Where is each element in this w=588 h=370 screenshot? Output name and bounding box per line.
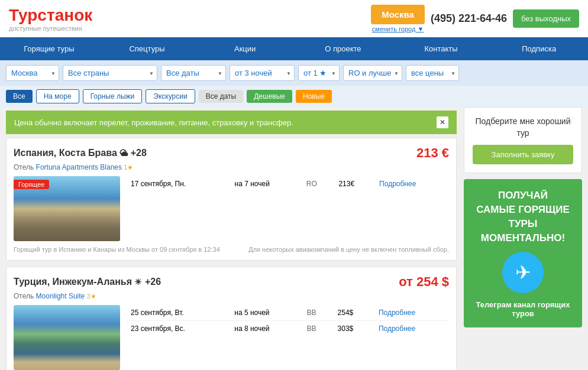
telegram-card: Получай САМЫЕ горящие туры моментально! …	[464, 179, 582, 327]
phone-number: (495) 221-64-46	[431, 12, 507, 25]
telegram-line2: туры моментально!	[481, 218, 565, 244]
filter-ski[interactable]: Горные лыжи	[83, 89, 143, 103]
tour-destination-text: Испания, Коста Брава	[14, 148, 117, 158]
tour-duration: на 8 ночей	[230, 321, 302, 337]
tour-body: Горящее 17 сентября, Пн. на 7 ночей RO 2…	[14, 176, 449, 241]
table-row: 23 сентября, Вс. на 8 ночей BB 303$ Подр…	[126, 321, 449, 337]
price-select-wrap: все цены	[406, 65, 459, 81]
header-city-area: Москва сменить город ▼	[371, 5, 425, 33]
tour-footer: Горящий тур в Испанию и Канары из Москвы…	[14, 246, 449, 253]
table-row: 25 сентября, Вт. на 5 ночей BB 254$ Подр…	[126, 305, 449, 321]
notice-close-button[interactable]: ✕	[437, 116, 448, 128]
nav-item-special[interactable]: Спецтуры	[98, 37, 196, 60]
tour-footer-left: Горящий тур в Испанию и Канары из Москвы…	[14, 246, 220, 253]
hotel-link[interactable]: Moonlight Suite	[36, 292, 85, 300]
tour-row-price: 254$	[333, 305, 374, 321]
no-weekend-button[interactable]: без выходных	[513, 9, 579, 28]
dates-select[interactable]: Все даты	[161, 65, 226, 81]
logo: Турстанок доступные путешествия	[9, 6, 92, 32]
nav-item-promo[interactable]: Акции	[196, 37, 294, 60]
filter-new[interactable]: Новые	[296, 90, 332, 103]
tour-meal: RO	[302, 176, 334, 192]
notice-text: Цена обычно включает перелет, проживание…	[14, 118, 293, 127]
filter-cheap[interactable]: Дешевые	[247, 90, 292, 103]
sidebar: Подберите мне хороший тур Заполнить заяв…	[464, 107, 582, 370]
tour-destination: Испания, Коста Брава 🌥 +28	[14, 148, 147, 158]
price-select[interactable]: все цены	[406, 65, 459, 81]
weather-icon: ☀	[134, 277, 142, 287]
logo-ok: ок	[74, 6, 92, 24]
stars-select[interactable]: от 1 ★	[298, 65, 340, 81]
tour-row-price: 213€	[334, 176, 374, 192]
meal-select-wrap: RO и лучше	[343, 65, 402, 81]
filter-tabs: Все На море Горные лыжи Экскурсии Все да…	[0, 86, 588, 107]
stars-select-wrap: от 1 ★	[298, 65, 340, 81]
sidebar-help-card: Подберите мне хороший тур Заполнить заяв…	[464, 107, 582, 173]
tour-body: 25 сентября, Вт. на 5 ночей BB 254$ Подр…	[14, 305, 449, 370]
tour-duration: на 7 ночей	[230, 176, 302, 192]
telegram-icon: ✈	[515, 261, 531, 284]
price-prefix: от	[399, 274, 416, 289]
weather-icon: 🌥	[119, 148, 128, 158]
city-select[interactable]: Москва	[6, 65, 59, 81]
tour-image-wrap: Горящее	[14, 176, 120, 241]
notice-bar: Цена обычно включает перелет, проживание…	[6, 111, 457, 134]
tour-hotel: Отель Fortuna Apartments Blanes 1★	[14, 163, 449, 171]
tour-hotel: Отель Moonlight Suite 3★	[14, 292, 449, 300]
tour-date: 25 сентября, Вт.	[126, 305, 230, 321]
nights-select-wrap: от 3 ночей	[230, 65, 295, 81]
city-select-wrap: Москва	[6, 65, 59, 81]
filter-excursion[interactable]: Экскурсии	[146, 89, 195, 103]
price-value: 254 $	[416, 274, 449, 289]
filter-sea[interactable]: На море	[36, 89, 79, 103]
logo-accent: Турстан	[9, 6, 74, 24]
tour-price: 213 €	[416, 145, 449, 161]
tour-table: 17 сентября, Пн. на 7 ночей RO 213€ Подр…	[126, 176, 449, 192]
detail-link[interactable]: Подробнее	[379, 180, 416, 188]
header: Турстанок доступные путешествия Москва с…	[0, 0, 588, 37]
tour-footer-right: Для некоторых авиакомпаний в цену не вкл…	[248, 246, 449, 253]
filter-all-dates[interactable]: Все даты	[199, 90, 244, 103]
change-city-link[interactable]: сменить город ▼	[372, 25, 424, 33]
detail-link[interactable]: Подробнее	[379, 309, 415, 317]
nights-select[interactable]: от 3 ночей	[230, 65, 295, 81]
tour-table: 25 сентября, Вт. на 5 ночей BB 254$ Подр…	[126, 305, 449, 336]
tour-destination: Турция, Инжекум-Аланья ☀ +26	[14, 277, 161, 287]
nav-item-about[interactable]: О проекте	[294, 37, 392, 60]
telegram-accent: САМЫЕ горящие	[476, 204, 570, 215]
meal-select[interactable]: RO и лучше	[343, 65, 402, 81]
detail-link[interactable]: Подробнее	[379, 324, 415, 333]
nav-item-contacts[interactable]: Контакты	[392, 37, 490, 60]
sidebar-help-title: Подберите мне хороший тур	[473, 116, 573, 139]
tour-image	[14, 305, 120, 370]
filter-all[interactable]: Все	[6, 90, 33, 103]
tour-temp: +28	[131, 148, 147, 158]
tour-info: 25 сентября, Вт. на 5 ночей BB 254$ Подр…	[126, 305, 449, 370]
tour-title-row: Турция, Инжекум-Аланья ☀ +26 от 254 $	[14, 274, 449, 290]
nav-item-subscribe[interactable]: Подписка	[490, 37, 588, 60]
telegram-icon-wrap[interactable]: ✈	[502, 252, 544, 293]
tour-meal: BB	[302, 305, 333, 321]
tour-card: Турция, Инжекум-Аланья ☀ +26 от 254 $ От…	[6, 267, 457, 370]
hotel-link[interactable]: Fortuna Apartments Blanes	[36, 163, 122, 171]
tour-duration: на 5 ночей	[230, 305, 302, 321]
tour-row-price: 303$	[333, 321, 374, 337]
search-bar: Москва Все страны Все даты от 3 ночей от…	[0, 60, 588, 86]
tour-info: 17 сентября, Пн. на 7 ночей RO 213€ Подр…	[126, 176, 449, 241]
header-right: Москва сменить город ▼ (495) 221-64-46 б…	[371, 5, 579, 33]
country-select-wrap: Все страны	[63, 65, 157, 81]
telegram-line1: Получай	[498, 190, 548, 201]
tour-card: Испания, Коста Брава 🌥 +28 213 € Отель F…	[6, 138, 457, 261]
telegram-title: Получай САМЫЕ горящие туры моментально!	[473, 189, 573, 245]
hotel-stars: 3★	[87, 293, 96, 300]
tour-title-row: Испания, Коста Брава 🌥 +28 213 €	[14, 145, 449, 161]
fill-form-button[interactable]: Заполнить заявку	[473, 145, 573, 164]
city-button[interactable]: Москва	[371, 5, 425, 24]
nav-item-hot-tours[interactable]: Горящие туры	[0, 37, 98, 60]
tour-destination-text: Турция, Инжекум-Аланья	[14, 277, 132, 287]
dates-select-wrap: Все даты	[161, 65, 226, 81]
tour-price: от 254 $	[399, 274, 449, 290]
country-select[interactable]: Все страны	[63, 65, 157, 81]
table-row: 17 сентября, Пн. на 7 ночей RO 213€ Подр…	[126, 176, 449, 192]
logo-sub: доступные путешествия	[9, 25, 92, 32]
